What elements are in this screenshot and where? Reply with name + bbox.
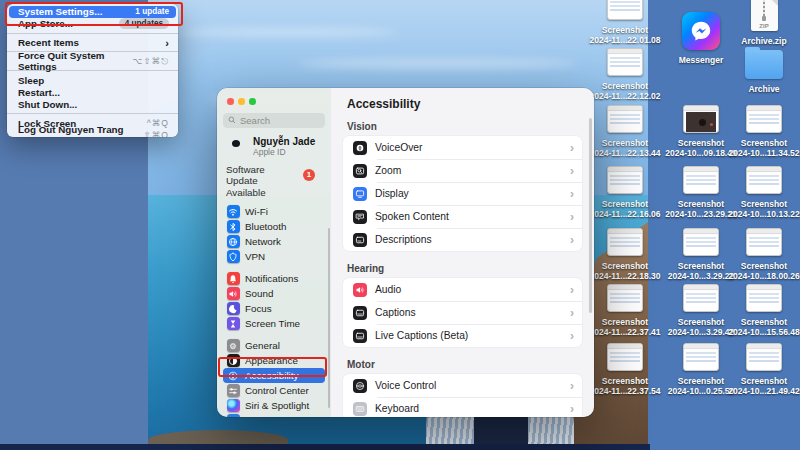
desktop-icon-2024-10-18-00-26[interactable]: Screenshot2024-10...18.00.26 [716,228,800,281]
menu-item-label: Log Out Nguyen Trang Quynh Nhu... [18,124,144,137]
settings-row-display[interactable]: Display› [343,182,582,205]
sidebar-item-wi-fi[interactable]: Wi-Fi [223,204,325,219]
sidebar-scrollbar[interactable] [328,228,331,408]
screenshot-thumbnail-icon [683,166,719,194]
sidebar-item-apple-id[interactable]: Nguyễn Jade Apple ID [223,134,325,160]
search-input[interactable]: Search [223,113,325,128]
desktop-icon-2024-10-15-56-48[interactable]: Screenshot2024-10...15.56.48 [716,284,800,337]
update-count-badge: 1 update [135,7,169,16]
menu-item-restart[interactable]: Restart... [7,86,178,98]
menu-item-system-settings[interactable]: System Settings...1 update [9,6,176,18]
desktop-icon-2024-10-11-34-52[interactable]: Screenshot2024-10...11.34.52 [716,105,800,158]
settings-card-vision: VoiceOver›Zoom›Display›Spoken Content›De… [343,136,582,251]
sidebar-item-software-update[interactable]: Software Update Available 1 [223,164,325,199]
cloud [178,28,398,37]
screenshot-thumbnail-icon [683,284,719,312]
desktop-icon-label: Screenshot2024-10...10.13.22 [728,199,799,219]
sidebar-item-appearance[interactable]: Appearance [223,353,325,368]
menu-item-label: Restart... [18,87,60,98]
sidebar-item-label: Appearance [245,355,298,366]
main-scrollbar[interactable] [589,118,592,313]
minimize-button[interactable] [238,98,245,105]
sidebar-item-label: Notifications [245,273,298,284]
desktop-icon-archive[interactable]: Archive [716,46,800,94]
zoom-button[interactable] [249,98,256,105]
sidebar-item-label: Network [245,236,281,247]
screenshot-thumbnail-icon [607,0,643,20]
zoomrect-icon [353,164,367,178]
sidebar-item-screen-time[interactable]: Screen Time [223,316,325,331]
software-update-badge: 1 [303,169,315,181]
menu-item-label: System Settings... [18,6,102,17]
menu-item-force-quit-system-settings[interactable]: Force Quit System Settings⌥⇧⌘⎋ [7,55,178,67]
menu-item-label: Sleep [18,75,44,86]
background-bottom-window-edge [0,444,650,450]
menu-divider [7,113,178,114]
sidebar-item-privacy-security[interactable]: Privacy & Security [223,413,325,417]
settings-row-live-captions-beta[interactable]: Live Captions (Beta)› [343,324,582,347]
hourglass-icon [227,317,240,330]
settings-row-zoom[interactable]: Zoom› [343,159,582,182]
settings-row-label: Spoken Content [375,211,562,222]
desktop-icon-label: Screenshot2024-11...22.37.41 [590,317,661,337]
desktop-icon-archive-zip[interactable]: ZIPArchive.zip [716,0,800,46]
sidebar-item-control-center[interactable]: Control Center [223,383,325,398]
menu-shortcut: ⇧⌘Q [144,130,169,137]
apple-menu-dropdown: System Settings...1 updateApp Store...4 … [7,4,178,137]
sidebar-item-general[interactable]: ⚙General [223,338,325,353]
menu-item-app-store[interactable]: App Store...4 updates [7,18,178,30]
speaker-icon [227,287,240,300]
settings-row-voiceover[interactable]: VoiceOver› [343,136,582,159]
captions-icon [353,329,367,343]
desktop-icon-label: Screenshot2024-10...15.56.48 [728,317,799,337]
close-button[interactable] [227,98,234,105]
sidebar-item-bluetooth[interactable]: Bluetooth [223,219,325,234]
sidebar-item-label: Control Center [245,385,309,396]
screenshot-thumbnail-icon [607,284,643,312]
desktop-icon-label: Screenshot2024-11...22.18.30 [590,261,661,281]
accessibility-icon [227,369,240,382]
page-title: Accessibility [347,97,578,111]
desktop-icon-2024-10-10-13-22[interactable]: Screenshot2024-10...10.13.22 [716,166,800,219]
settings-row-descriptions[interactable]: Descriptions› [343,228,582,251]
sidebar-groups: Wi-FiBluetoothNetworkVPNNotificationsSou… [223,204,325,417]
control-center-icon [227,384,240,397]
settings-card-motor: Voice Control›Keyboard› [343,374,582,417]
menu-item-label: Recent Items [18,37,79,48]
desktop-icon-label: Screenshot2024-11...22.01.08 [590,25,661,45]
spoken-icon [353,210,367,224]
screenshot-thumbnail-icon [607,105,643,133]
menu-item-shut-down[interactable]: Shut Down... [7,98,178,110]
sidebar-item-siri-spotlight[interactable]: Siri & Spotlight [223,398,325,413]
desktop-icon-label: Screenshot2024-10...11.34.52 [729,138,800,158]
sidebar-item-label: Privacy & Security [245,415,325,417]
desktop-icon-2024-10-21-49-42[interactable]: Screenshot2024-10...21.49.42 [716,343,800,396]
screenshot-thumbnail-icon [607,228,643,256]
gear-icon: ⚙ [227,339,240,352]
settings-row-keyboard[interactable]: Keyboard› [343,397,582,417]
sidebar-item-vpn[interactable]: VPN [223,249,325,264]
sidebar-item-accessibility[interactable]: Accessibility [223,368,325,383]
menu-item-log-out-nguyen-trang-quynh-nhu[interactable]: Log Out Nguyen Trang Quynh Nhu...⇧⌘Q [7,129,178,137]
bell-icon [227,272,240,285]
sidebar-item-focus[interactable]: Focus [223,301,325,316]
svg-text:⚙: ⚙ [230,341,237,351]
sidebar-item-label: General [245,340,280,351]
voicecontrol-icon [353,379,367,393]
settings-row-spoken-content[interactable]: Spoken Content› [343,205,582,228]
sidebar-item-network[interactable]: Network [223,234,325,249]
desktop-icon-label: Archive [748,84,779,94]
updates-pill-badge: 4 updates [119,18,169,29]
settings-row-captions[interactable]: Captions› [343,301,582,324]
sidebar-item-notifications[interactable]: Notifications [223,271,325,286]
settings-row-label: Voice Control [375,380,562,391]
menu-item-recent-items[interactable]: Recent Items› [7,36,178,48]
settings-row-voice-control[interactable]: Voice Control› [343,374,582,397]
settings-row-audio[interactable]: Audio› [343,278,582,301]
sidebar-item-sound[interactable]: Sound [223,286,325,301]
section-heading-hearing: Hearing [347,263,578,274]
menu-item-sleep[interactable]: Sleep [7,74,178,86]
captions-icon [353,306,367,320]
voiceover-icon [353,141,367,155]
sidebar-item-label: Wi-Fi [245,206,268,217]
